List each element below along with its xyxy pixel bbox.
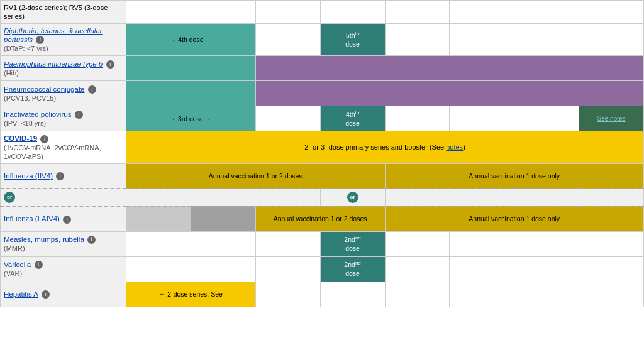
mmr-2nd-label: 2ndnd dose [344,236,360,252]
rv-col6 [450,1,514,24]
ipv-empty1 [255,106,320,131]
rv-col7 [514,1,579,24]
iiv4-link[interactable]: Influenza (IIV4) [4,172,53,180]
dtap-empty4 [514,24,579,56]
hepa-row: Hepatitis A i ← 2-dose series, See [1,282,644,307]
laiv4-link[interactable]: Influenza (LAIV4) [4,215,60,222]
hepa-dose-cell: ← 2-dose series, See [126,282,256,307]
hepa-empty3 [385,282,450,307]
covid-span-text: 2- or 3- dose primary series and booster… [304,143,465,151]
laiv4-gray2 [191,206,255,231]
covid-info-icon[interactable]: i [40,135,48,143]
dtap-empty5 [579,24,644,56]
or-empty2 [385,189,644,206]
laiv4-name-cell: Influenza (LAIV4) i [1,206,126,231]
var-empty3 [255,256,320,282]
mmr-name-cell: Measles, mumps, rubella i (MMR) [1,231,126,256]
dtap-empty3 [450,24,514,56]
ipv-seenotes-cell: See notes [579,106,644,131]
dtap-row: Diphtheria, tetanus, & acellular pertuss… [1,24,644,56]
ipv-link[interactable]: Inactivated poliovirus [4,111,71,118]
covid-sub: (1vCOV-mRNA, 2vCOV-mRNA, 1vCOV-aPS) [4,144,101,160]
dtap-info-icon[interactable]: i [36,36,44,44]
iiv4-annual2-text: Annual vaccination 1 dose only [469,172,560,180]
mmr-empty3 [255,231,320,256]
ipv-dose4-cell: 4thth dose [320,106,385,131]
iiv4-info-icon[interactable]: i [56,172,64,180]
var-empty2 [191,256,255,282]
mmr-empty1 [126,231,191,256]
iiv4-annual1-cell: Annual vaccination 1 or 2 doses [126,163,386,189]
ipv-row: Inactivated poliovirus i (IPV: <18 yrs) … [1,106,644,131]
hepa-text: ← 2-dose series, See [159,290,223,298]
rv-col4 [320,1,385,24]
dtap-5th-label: 5thth dose [345,31,360,48]
dtap-4th-arrow: ←4th dose→ [172,36,210,43]
mmr-empty6 [514,231,579,256]
hepa-empty1 [255,282,320,307]
rv-row: RV1 (2-dose series); RV5 (3-dose series) [1,1,644,24]
ipv-sub: (IPV: <18 yrs) [4,119,46,127]
or-bubble-right: or [347,192,358,203]
var-empty7 [579,256,644,282]
hepa-info-icon[interactable]: i [42,290,50,299]
iiv4-annual2-cell: Annual vaccination 1 dose only [385,163,644,189]
iiv4-name-cell: Influenza (IIV4) i [1,163,126,189]
iiv4-annual1-text: Annual vaccination 1 or 2 doses [209,172,303,180]
varicella-name-cell: Varicella i (VAR) [1,256,126,282]
dtap-dose4-cell: ←4th dose→ [126,24,256,56]
mmr-link[interactable]: Measles, mumps, rubella [4,236,84,243]
covid-name-cell: COVID-19 i (1vCOV-mRNA, 2vCOV-mRNA, 1vCO… [1,131,126,163]
dtap-dose5-cell: 5thth dose [320,24,385,56]
covid-span-cell: 2- or 3- dose primary series and booster… [126,131,644,163]
hepa-empty5 [514,282,579,307]
or-label-cell: or [1,189,126,206]
covid-link[interactable]: COVID-19 [4,134,37,142]
hib-sub: (Hib) [4,69,19,77]
mmr-sub: (MMR) [4,244,25,252]
rv-col5 [385,1,450,24]
pcv-name-cell: Pneumococcal conjugate i (PCV13, PCV15) [1,81,126,106]
rv-col2 [191,1,255,24]
hepa-link[interactable]: Hepatitis A [4,290,38,298]
varicella-info-icon[interactable]: i [35,261,43,269]
rv-col8 [579,1,644,24]
mmr-dose2-cell: 2ndnd dose [320,231,385,256]
pcv-info-icon[interactable]: i [88,85,96,94]
varicella-row: Varicella i (VAR) 2ndnd dose [1,256,644,282]
rv-name-cell: RV1 (2-dose series); RV5 (3-dose series) [1,1,126,24]
hib-teal-cell [126,56,256,81]
laiv4-annual2-text: Annual vaccination 1 dose only [469,215,560,222]
ipv-empty3 [450,106,514,131]
var-empty1 [126,256,191,282]
or-bubble-cell: or [320,189,385,206]
pcv-row: Pneumococcal conjugate i (PCV13, PCV15) [1,81,644,106]
or-empty1 [126,189,321,206]
laiv4-annual1-cell: Annual vaccination 1 or 2 doses [255,206,385,231]
dtap-link[interactable]: Diphtheria, tetanus, & acellular pertuss… [4,27,103,43]
ipv-empty2 [385,106,450,131]
hepa-empty4 [450,282,514,307]
hib-link[interactable]: Haemophilus influenzae type b [4,60,103,68]
hib-row: Haemophilus influenzae type b i (Hib) [1,56,644,81]
laiv4-gray1 [126,206,191,231]
pcv-link[interactable]: Pneumococcal conjugate [4,85,85,93]
laiv4-info-icon[interactable]: i [63,216,71,224]
covid-notes-link[interactable]: notes [446,143,463,151]
ipv-3rd-arrow: ←3rd dose→ [171,115,210,123]
iiv4-row: Influenza (IIV4) i Annual vaccination 1 … [1,163,644,189]
var-dose2-cell: 2ndnd dose [320,256,385,282]
covid-row: COVID-19 i (1vCOV-mRNA, 2vCOV-mRNA, 1vCO… [1,131,644,163]
ipv-seenotes-link[interactable]: See notes [597,115,626,122]
ipv-info-icon[interactable]: i [75,111,83,119]
ipv-4th-label: 4thth dose [345,111,360,127]
hib-info-icon[interactable]: i [106,60,114,69]
mmr-empty4 [385,231,450,256]
laiv4-annual1-text: Annual vaccination 1 or 2 doses [274,215,367,222]
dtap-name-cell: Diphtheria, tetanus, & acellular pertuss… [1,24,126,56]
varicella-link[interactable]: Varicella [4,261,31,268]
mmr-info-icon[interactable]: i [87,236,96,244]
pcv-teal-cell [126,81,256,106]
var-empty6 [514,256,579,282]
hepa-name-cell: Hepatitis A i [1,282,126,307]
